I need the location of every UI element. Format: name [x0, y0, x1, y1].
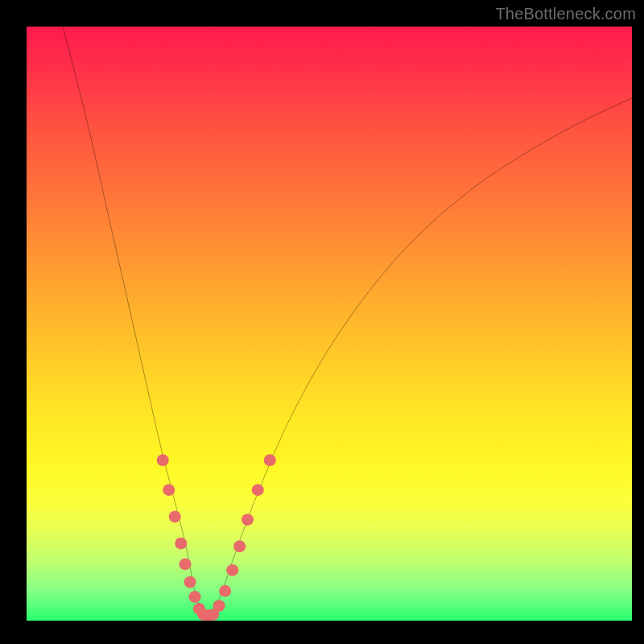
chart-frame: TheBottleneck.com	[0, 0, 644, 644]
sample-dot	[264, 454, 276, 466]
curve-layer	[27, 27, 632, 621]
sample-dot	[189, 591, 201, 603]
sample-dot	[252, 484, 264, 496]
sample-dot	[213, 600, 225, 612]
bottleneck-curve	[63, 27, 632, 617]
sample-dot	[233, 540, 246, 552]
sample-dot	[180, 559, 192, 571]
sample-dot	[219, 585, 231, 597]
plot-area	[27, 27, 632, 621]
sample-dot	[163, 484, 175, 496]
sample-dot	[157, 454, 169, 466]
sample-dot	[226, 564, 238, 576]
watermark-text: TheBottleneck.com	[495, 5, 636, 23]
sample-dot	[169, 510, 181, 522]
sample-dot	[175, 538, 187, 550]
sample-dot	[184, 576, 196, 588]
sample-dot	[242, 514, 254, 526]
